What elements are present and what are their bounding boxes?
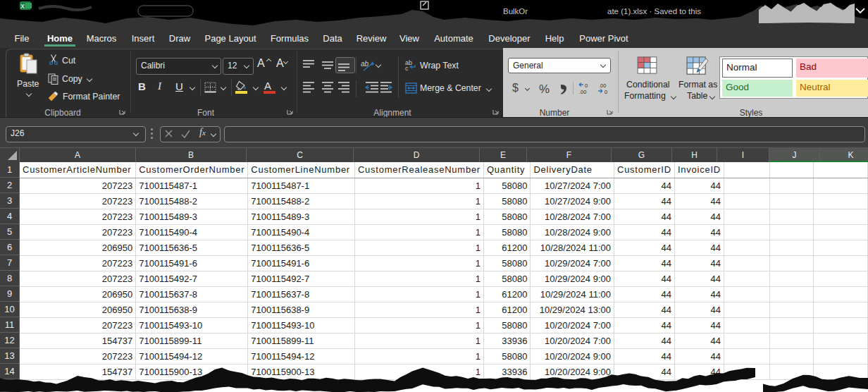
svg-text:c: c	[405, 65, 409, 71]
svg-text:ate (1).xlsx · Saved to this: ate (1).xlsx · Saved to this	[607, 7, 701, 16]
svg-text:BulkOr: BulkOr	[503, 7, 528, 16]
svg-text:.00: .00	[579, 89, 586, 95]
svg-text:X: X	[20, 3, 25, 10]
svg-text:0: 0	[604, 89, 607, 95]
